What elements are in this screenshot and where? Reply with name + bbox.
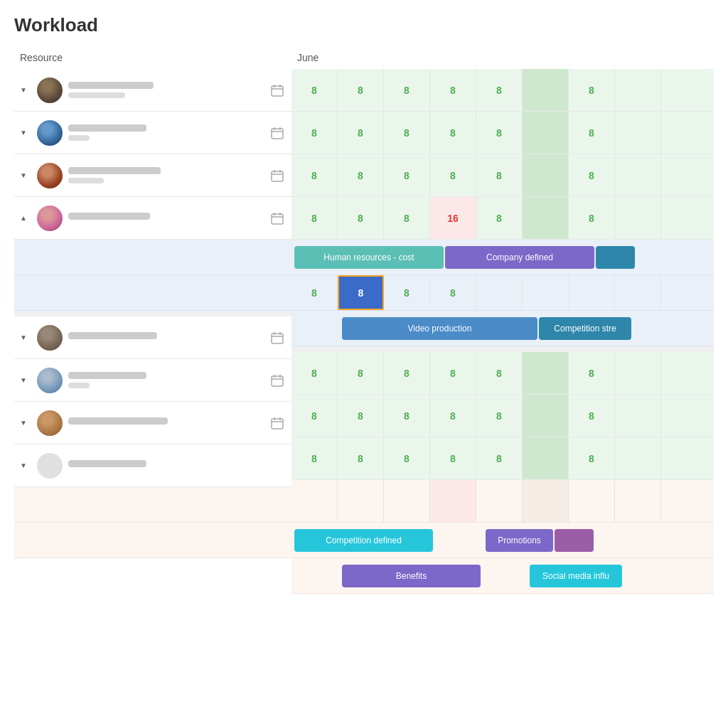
grid-cell-empty xyxy=(476,480,523,522)
bottom-task-bar-row-1: Competition defined Promotions xyxy=(291,523,714,558)
grid-cell[interactable]: 8 xyxy=(338,395,384,437)
chevron-icon[interactable]: ▲ xyxy=(20,214,31,222)
chevron-icon[interactable]: ▼ xyxy=(20,129,31,137)
grid-cell[interactable]: 8 xyxy=(384,395,430,437)
promotions-bar[interactable]: Promotions xyxy=(486,529,553,552)
grid-cell[interactable]: 8 xyxy=(430,395,476,437)
grid-cell[interactable] xyxy=(615,112,661,154)
competition-defined-bar[interactable]: Competition defined xyxy=(294,529,433,552)
sub-cell[interactable]: 8 xyxy=(430,275,476,310)
grid-cell[interactable]: 8 xyxy=(338,69,384,111)
grid-cell[interactable]: 8 xyxy=(338,437,384,479)
hr-cost-bar[interactable]: Human resources - cost xyxy=(294,246,444,269)
resource-row: ▼ xyxy=(14,154,291,197)
resource-row: ▼ xyxy=(14,359,291,402)
grid-cell xyxy=(615,352,661,394)
grid-cell[interactable]: 8 xyxy=(338,197,384,239)
grid-cell xyxy=(615,197,661,239)
grid-cell-weekend xyxy=(523,352,569,394)
grid-cell[interactable]: 8 xyxy=(384,154,430,196)
grid-cell[interactable]: 8 xyxy=(291,69,338,111)
grid-cell[interactable]: 8 xyxy=(430,112,476,154)
grid-cell[interactable]: 8 xyxy=(430,352,476,394)
promotions-continuation-bar[interactable] xyxy=(555,529,594,552)
grid-cell[interactable]: 8 xyxy=(430,154,476,196)
grid-cell[interactable]: 8 xyxy=(338,112,384,154)
expanded-task-row-1 xyxy=(14,240,291,275)
grid-row-5: 8 8 8 8 8 8 xyxy=(291,352,714,395)
expanded-sub-row: 8 8 8 8 xyxy=(291,275,714,311)
calendar-icon[interactable] xyxy=(269,372,286,389)
continuation-bar[interactable] xyxy=(596,246,635,269)
name-bar xyxy=(68,332,157,339)
chevron-icon[interactable]: ▼ xyxy=(20,171,31,179)
sub-cell xyxy=(523,275,569,310)
grid-cell[interactable]: 8 xyxy=(569,197,615,239)
chevron-icon[interactable]: ▼ xyxy=(20,419,31,427)
sub-cell[interactable]: 8 xyxy=(384,275,430,310)
resource-info xyxy=(68,417,269,428)
grid-cell[interactable]: 8 xyxy=(338,154,384,196)
calendar-icon[interactable] xyxy=(269,329,286,346)
grid-cell[interactable]: 8 xyxy=(291,154,338,196)
grid-cell[interactable]: 8 xyxy=(476,69,523,111)
grid-cell[interactable]: 8 xyxy=(338,352,384,394)
social-media-bar[interactable]: Social media influ xyxy=(530,565,622,587)
grid-cell[interactable]: 8 xyxy=(476,154,523,196)
grid-cell[interactable]: 8 xyxy=(291,437,338,479)
competition-str-bar[interactable]: Competition stre xyxy=(539,317,631,340)
company-defined-bar[interactable]: Company defined xyxy=(445,246,594,269)
sub-bar xyxy=(68,383,90,388)
grid-cell[interactable]: 8 xyxy=(569,69,615,111)
bottom-task-row-2 xyxy=(14,523,291,558)
chevron-icon[interactable]: ▼ xyxy=(20,86,31,94)
resource-row-empty: ▼ xyxy=(14,444,291,487)
benefits-bar[interactable]: Benefits xyxy=(342,565,481,587)
grid-cell[interactable]: 8 xyxy=(384,69,430,111)
grid-cell-empty xyxy=(338,480,384,522)
svg-rect-24 xyxy=(272,419,283,429)
grid-cell[interactable]: 8 xyxy=(384,197,430,239)
grid-cell[interactable]: 8 xyxy=(291,197,338,239)
promotions-label: Promotions xyxy=(498,535,541,545)
sub-cell-highlighted[interactable]: 8 xyxy=(338,275,384,310)
grid-cell[interactable]: 8 xyxy=(291,352,338,394)
chevron-icon[interactable]: ▼ xyxy=(20,462,31,469)
grid-cell[interactable]: 8 xyxy=(291,395,338,437)
video-production-bar[interactable]: Video production xyxy=(342,317,537,340)
grid-cell[interactable]: 8 xyxy=(569,395,615,437)
grid-cell[interactable]: 8 xyxy=(476,437,523,479)
calendar-icon[interactable] xyxy=(269,415,286,432)
grid-cell[interactable]: 8 xyxy=(384,112,430,154)
calendar-icon[interactable] xyxy=(269,124,286,142)
chevron-icon[interactable]: ▼ xyxy=(20,376,31,384)
grid-cell[interactable] xyxy=(615,69,661,111)
grid-cell[interactable]: 8 xyxy=(476,352,523,394)
calendar-icon[interactable] xyxy=(269,210,286,227)
grid-cell[interactable]: 8 xyxy=(384,352,430,394)
grid-cell[interactable]: 8 xyxy=(384,437,430,479)
bottom-task-row-1 xyxy=(14,487,291,523)
resource-row: ▼ xyxy=(14,316,291,359)
resource-info xyxy=(68,124,269,141)
chevron-icon[interactable]: ▼ xyxy=(20,334,31,341)
grid-cell-empty xyxy=(430,480,476,522)
grid-cell[interactable]: 8 xyxy=(476,197,523,239)
grid-cell[interactable]: 8 xyxy=(430,437,476,479)
grid-cell[interactable]: 8 xyxy=(569,437,615,479)
task-bar-row-2: Video production Competition stre xyxy=(291,311,714,346)
calendar-icon[interactable] xyxy=(269,167,286,184)
grid-cell[interactable]: 8 xyxy=(291,112,338,154)
grid-cell[interactable]: 8 xyxy=(569,352,615,394)
grid-cell[interactable]: 8 xyxy=(476,395,523,437)
name-bar xyxy=(68,372,146,379)
grid-cell[interactable]: 8 xyxy=(430,69,476,111)
sub-cell[interactable]: 8 xyxy=(291,275,338,310)
expanded-task-row-2 xyxy=(14,275,291,311)
calendar-icon[interactable] xyxy=(269,82,286,99)
grid-cell[interactable]: 8 xyxy=(569,154,615,196)
grid-cell-overload[interactable]: 16 xyxy=(430,197,476,239)
resource-row: ▼ xyxy=(14,402,291,444)
grid-cell[interactable]: 8 xyxy=(569,112,615,154)
grid-cell[interactable]: 8 xyxy=(476,112,523,154)
